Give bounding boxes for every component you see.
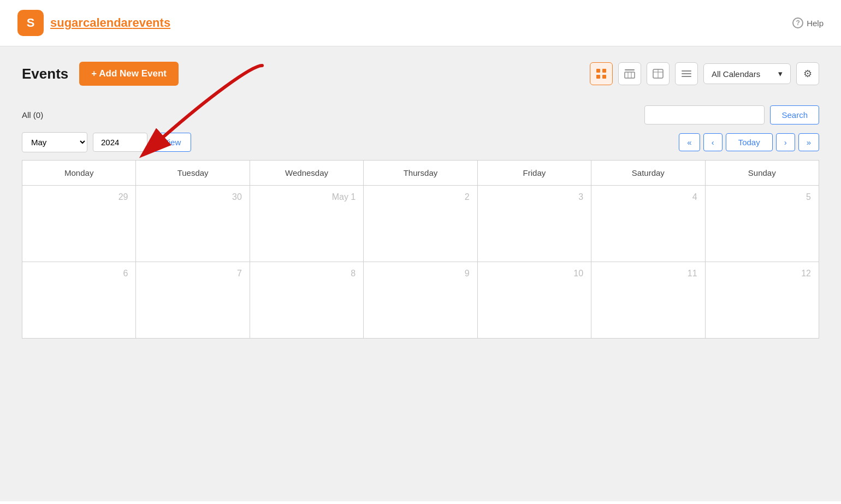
day-number: 5 xyxy=(713,192,811,202)
help-icon: ? xyxy=(792,17,803,28)
next-page-button[interactable]: › xyxy=(776,133,795,151)
logo-main: sugarcalendar xyxy=(50,16,132,29)
table-row[interactable]: 29 xyxy=(22,186,136,262)
search-input[interactable] xyxy=(644,105,765,124)
col-monday: Monday xyxy=(22,161,136,186)
day-view-button[interactable] xyxy=(647,62,670,85)
calendar-navigation: « ‹ Today › » xyxy=(679,133,819,151)
day-number: 8 xyxy=(258,269,356,278)
chevron-down-icon: ▾ xyxy=(778,69,783,79)
day-view-icon xyxy=(653,68,664,79)
table-row[interactable]: 2 xyxy=(364,186,477,262)
table-row[interactable]: May 1 xyxy=(250,186,363,262)
month-view-icon xyxy=(596,68,607,79)
svg-rect-1 xyxy=(602,69,606,73)
svg-rect-4 xyxy=(625,69,635,70)
logo-text: sugarcalendarevents xyxy=(50,16,170,30)
week-view-icon xyxy=(624,68,635,79)
help-label: Help xyxy=(807,19,824,28)
day-number: 2 xyxy=(371,192,469,202)
table-row[interactable]: 11 xyxy=(591,262,705,339)
table-row[interactable]: 5 xyxy=(705,186,819,262)
week-view-button[interactable] xyxy=(618,62,641,85)
col-wednesday: Wednesday xyxy=(250,161,363,186)
table-row[interactable]: 10 xyxy=(477,262,591,339)
logo-accent: events xyxy=(132,16,170,29)
settings-icon: ⚙ xyxy=(803,68,812,80)
settings-button[interactable]: ⚙ xyxy=(796,62,819,85)
table-row[interactable]: 12 xyxy=(705,262,819,339)
logo-area: S sugarcalendarevents xyxy=(17,10,170,36)
list-view-button[interactable] xyxy=(675,62,698,85)
day-number: 7 xyxy=(144,269,241,278)
day-number: 9 xyxy=(371,269,469,278)
list-view-icon xyxy=(681,68,692,79)
prev-page-button[interactable]: ‹ xyxy=(703,133,722,151)
day-number: 6 xyxy=(30,269,128,278)
col-tuesday: Tuesday xyxy=(136,161,250,186)
table-row[interactable]: 9 xyxy=(364,262,477,339)
table-row[interactable]: 7 xyxy=(136,262,250,339)
help-link[interactable]: ? Help xyxy=(792,17,824,28)
table-row[interactable]: 8 xyxy=(250,262,363,339)
table-row[interactable]: 30 xyxy=(136,186,250,262)
day-number: 29 xyxy=(30,192,128,202)
all-count-label: All (0) xyxy=(22,110,43,120)
logo-icon: S xyxy=(17,10,44,36)
table-row[interactable]: 6 xyxy=(22,262,136,339)
day-number: 10 xyxy=(485,269,583,278)
svg-rect-2 xyxy=(596,75,600,79)
view-button[interactable]: View xyxy=(153,133,191,152)
page-title: Events xyxy=(22,66,68,82)
day-number: 3 xyxy=(485,192,583,202)
calendar-grid: Monday Tuesday Wednesday Thursday Friday… xyxy=(22,160,819,339)
day-number: May 1 xyxy=(258,192,356,202)
calendars-label: All Calendars xyxy=(712,69,760,79)
today-button[interactable]: Today xyxy=(726,133,773,151)
day-number: 4 xyxy=(599,192,697,202)
add-new-event-button[interactable]: + Add New Event xyxy=(79,62,179,86)
search-button[interactable]: Search xyxy=(770,105,819,124)
day-number: 11 xyxy=(599,269,697,278)
table-row[interactable]: 3 xyxy=(477,186,591,262)
first-page-button[interactable]: « xyxy=(679,133,700,151)
svg-rect-5 xyxy=(625,72,635,78)
svg-rect-3 xyxy=(602,75,606,79)
svg-rect-0 xyxy=(596,69,600,73)
col-sunday: Sunday xyxy=(705,161,819,186)
month-view-button[interactable] xyxy=(590,62,613,85)
col-thursday: Thursday xyxy=(364,161,477,186)
last-page-button[interactable]: » xyxy=(798,133,819,151)
month-select[interactable]: May JanuaryFebruaryMarchApril JuneJulyAu… xyxy=(22,132,87,152)
table-row[interactable]: 4 xyxy=(591,186,705,262)
col-saturday: Saturday xyxy=(591,161,705,186)
all-calendars-select[interactable]: All Calendars ▾ xyxy=(703,63,791,84)
day-number: 12 xyxy=(713,269,811,278)
day-number: 30 xyxy=(144,192,241,202)
year-input[interactable] xyxy=(93,133,147,152)
col-friday: Friday xyxy=(477,161,591,186)
